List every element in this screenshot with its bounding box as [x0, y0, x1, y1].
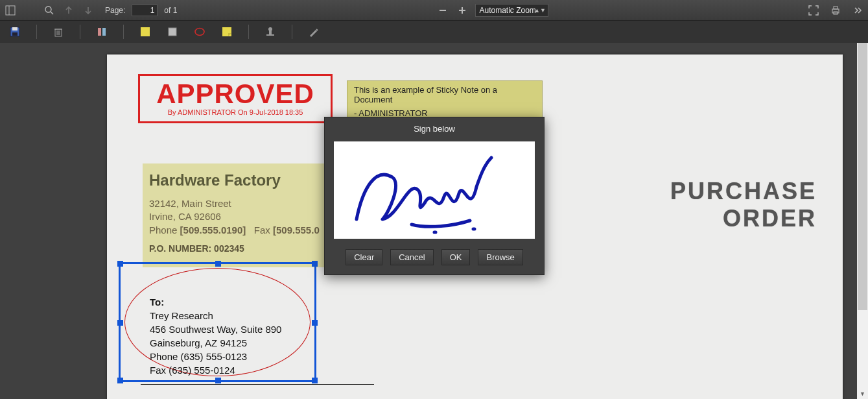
svg-rect-8 [834, 6, 838, 9]
ok-button[interactable]: OK [441, 249, 471, 265]
po-number: P.O. NUMBER: 002345 [149, 243, 337, 254]
rectangle-icon[interactable] [167, 26, 178, 38]
resize-handle[interactable] [117, 261, 123, 267]
prev-page-icon[interactable] [62, 4, 75, 17]
browse-button[interactable]: Browse [478, 249, 522, 265]
next-page-icon[interactable] [82, 4, 95, 17]
sign-dialog: Sign below Clear Cancel OK Browse [324, 117, 545, 275]
svg-rect-18 [98, 28, 101, 36]
sign-icon[interactable] [308, 26, 320, 38]
clear-button[interactable]: Clear [346, 249, 382, 265]
svg-rect-21 [169, 28, 176, 36]
sidebar-toggle-icon[interactable] [4, 4, 17, 17]
resize-handle[interactable] [312, 320, 318, 326]
svg-point-26 [268, 27, 272, 31]
vertical-scrollbar[interactable]: ▼ [857, 43, 868, 399]
dialog-title: Sign below [325, 117, 544, 139]
cancel-button[interactable]: Cancel [390, 249, 433, 265]
ellipse-icon[interactable] [194, 26, 205, 38]
page-number-input[interactable] [132, 5, 158, 16]
svg-rect-20 [141, 27, 150, 36]
resize-handle[interactable] [117, 320, 123, 326]
sticky-note-icon[interactable] [221, 26, 233, 38]
svg-rect-19 [102, 28, 106, 36]
trash-icon[interactable] [53, 26, 64, 38]
svg-point-2 [45, 6, 51, 12]
svg-line-3 [51, 12, 53, 14]
purchase-order-title: PURCHASE ORDER [670, 178, 817, 232]
zoom-in-icon[interactable] [456, 4, 469, 17]
resize-handle[interactable] [312, 261, 318, 267]
annotation-toolbar [0, 21, 868, 43]
table-fragment [141, 384, 374, 385]
zoom-out-icon[interactable] [436, 4, 449, 17]
scrollbar-down-arrow[interactable]: ▼ [857, 388, 868, 399]
svg-point-22 [195, 29, 204, 36]
selection-rect[interactable]: To: Trey Research 456 Southwest Way, Sui… [119, 262, 316, 382]
signature-pad[interactable] [334, 141, 535, 239]
stamp-icon[interactable] [264, 26, 276, 38]
svg-rect-24 [266, 34, 274, 36]
approved-stamp[interactable]: APPROVED By ADMINISTRATOR On 9-Jul-2018 … [138, 74, 333, 123]
company-name: Hardware Factory [149, 171, 337, 189]
highlight-icon[interactable] [139, 26, 151, 38]
resize-handle[interactable] [215, 378, 221, 383]
svg-rect-11 [12, 27, 18, 30]
svg-rect-12 [12, 32, 18, 36]
svg-rect-23 [222, 27, 231, 36]
svg-rect-0 [6, 6, 15, 15]
page-label: Page: [105, 6, 125, 15]
company-address: 32142, Main Street Irvine, CA 92606 Phon… [149, 197, 337, 237]
resize-handle[interactable] [215, 261, 221, 267]
dialog-buttons: Clear Cancel OK Browse [325, 241, 544, 274]
more-icon[interactable] [851, 4, 864, 17]
to-address: To: Trey Research 456 Southwest Way, Sui… [150, 295, 281, 377]
stamp-title: APPROVED [145, 79, 325, 110]
resize-handle[interactable] [117, 378, 123, 383]
main-toolbar: Page: of 1 Automatic Zoom ▲▼ [0, 0, 868, 21]
sticky-text: This is an example of Sticky Note on a D… [354, 85, 535, 104]
stamp-subtitle: By ADMINISTRATOR On 9-Jul-2018 18:35 [145, 108, 325, 116]
save-icon[interactable] [9, 26, 21, 38]
resize-handle[interactable] [312, 378, 318, 383]
select-annot-icon[interactable] [96, 26, 108, 38]
zoom-select[interactable]: Automatic Zoom ▲▼ [475, 4, 548, 17]
search-icon[interactable] [43, 4, 56, 17]
company-highlight[interactable]: Hardware Factory 32142, Main Street Irvi… [143, 163, 344, 267]
zoom-select-value: Automatic Zoom [475, 4, 548, 17]
scrollbar-thumb[interactable] [858, 43, 867, 310]
page-total: of 1 [164, 6, 177, 15]
fullscreen-icon[interactable] [807, 4, 820, 17]
print-icon[interactable] [829, 4, 842, 17]
